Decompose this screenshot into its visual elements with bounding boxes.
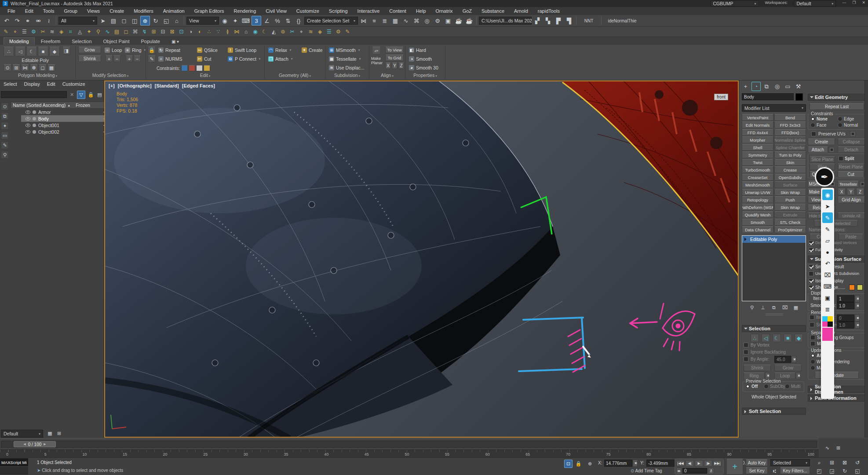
modifier-button[interactable]: Turn to Poly	[774, 151, 806, 158]
modifier-button[interactable]: Push	[774, 196, 806, 203]
modifier-button[interactable]: Normalize Spline	[774, 136, 806, 143]
custom-tool-icon[interactable]: ◬	[76, 28, 84, 36]
render-iterations-field[interactable]: 0	[837, 314, 854, 322]
align-y-button[interactable]: Y	[392, 62, 398, 69]
ignore-backfacing-checkbox[interactable]: Ignore Backfacing	[751, 350, 786, 354]
pen-icon[interactable]: ✎	[822, 224, 833, 234]
menu-item[interactable]: Arnold	[509, 8, 533, 14]
menu-item[interactable]: Customize	[292, 8, 324, 14]
constraint-none-radio[interactable]: None	[817, 117, 828, 121]
custom-tool-icon[interactable]: ∴	[205, 28, 213, 36]
preserve-uvs-checkbox[interactable]: Preserve UVs	[818, 132, 846, 136]
grid-align-button[interactable]: Grid Align	[838, 197, 865, 203]
custom-tool-icon[interactable]: ⌂	[242, 28, 250, 36]
keyboard-icon[interactable]: ⌨	[822, 281, 833, 292]
modifier-button[interactable]: Data Channel	[742, 226, 773, 233]
light-icon[interactable]: ✦	[1, 122, 9, 130]
props-icon[interactable]: ▦	[47, 64, 55, 71]
slice-plane-button[interactable]: Slice Plane	[810, 156, 835, 163]
tessellate-button[interactable]: ▦Tessellate	[329, 55, 361, 62]
constraint-edge-icon[interactable]	[189, 65, 195, 71]
select-and-scale-icon[interactable]: ◱	[161, 16, 171, 26]
custom-tool-icon[interactable]: ☾	[260, 28, 269, 36]
restore-button[interactable]: ❐	[852, 0, 856, 7]
modifier-button[interactable]: CreaseSet	[742, 174, 773, 181]
freeze-icon[interactable]: ❆	[30, 64, 38, 71]
custom-tool-icon[interactable]: ⊚	[279, 28, 287, 36]
eye-icon[interactable]: ◉	[822, 190, 833, 200]
custom-tool-icon[interactable]: ⚲	[94, 28, 102, 36]
ribbon-config-icon[interactable]: ▣ ▾	[166, 38, 184, 45]
polygon-subobject-icon[interactable]: ■	[38, 47, 48, 56]
pin-stack-icon[interactable]: ⚲	[748, 304, 756, 311]
custom-tool-icon[interactable]: ◐	[196, 28, 204, 36]
modifier-button[interactable]: TurboSmooth	[742, 166, 773, 173]
paste-button[interactable]: Paste	[839, 234, 863, 240]
edge-mode-icon[interactable]: ◁	[762, 334, 770, 342]
menu-item[interactable]: Scripting	[324, 8, 353, 14]
curve-editor-icon[interactable]: ∿	[401, 16, 411, 26]
custom-tool-icon[interactable]: ✂	[288, 28, 296, 36]
custom-tool-icon[interactable]: ◈	[57, 28, 66, 36]
pivot-icon[interactable]: ⊙	[4, 64, 11, 71]
cursor-icon[interactable]: ➤	[822, 201, 833, 212]
hide-icon[interactable]: ◻	[39, 64, 47, 71]
menu-item[interactable]: Create	[105, 8, 129, 14]
orbit-icon[interactable]: ↺	[852, 459, 863, 466]
planar-y-button[interactable]: Y	[847, 189, 855, 195]
custom-tool-icon[interactable]: ▤	[113, 28, 121, 36]
border-subobject-icon[interactable]: ☾	[26, 47, 37, 56]
key-filters-button[interactable]: Key Filters...	[780, 467, 810, 474]
bind-to-space-warp-icon[interactable]: ≀	[44, 16, 54, 26]
set-key-button[interactable]: Set Key	[746, 467, 768, 474]
zoom-region-icon[interactable]: ◰	[813, 467, 825, 475]
modifier-button[interactable]: Twist	[742, 159, 773, 166]
panel-label[interactable]: Polygon Modeling	[0, 73, 75, 78]
add-time-tag[interactable]: ⊙ Add Time Tag	[631, 468, 662, 473]
grow-button[interactable]: Grow	[774, 365, 802, 371]
display-icon[interactable]: ▭	[1, 132, 9, 139]
custom-tool-icon[interactable]: ↯	[140, 28, 149, 36]
custom-tool-icon[interactable]: ▚	[543, 16, 553, 26]
maxscript-mini-listener[interactable]: MAXScript Mi	[0, 458, 28, 475]
minimize-button[interactable]: —	[842, 0, 846, 7]
by-vertex-checkbox[interactable]: By Vertex	[751, 343, 770, 347]
hard-edges-button[interactable]: ◧Hard	[409, 47, 426, 53]
unhide-all-button[interactable]: Unhide All	[838, 212, 865, 219]
p-connect-button[interactable]: ⧉P Connect	[228, 55, 260, 62]
y-coordinate-field[interactable]: -3.499mm	[646, 460, 675, 467]
panel-resize-handle[interactable]	[766, 314, 783, 315]
soft-selection-rollout-header[interactable]: Soft Selection	[742, 408, 806, 415]
viewport-menu-view[interactable]: [Orthographic]	[118, 83, 152, 88]
close-button[interactable]: ✕	[862, 0, 865, 7]
custom-tool-icon[interactable]: ▛	[554, 16, 563, 26]
angle-snap-icon[interactable]: ∠	[262, 16, 272, 26]
selection-rollout-header[interactable]: Selection	[742, 325, 806, 332]
display-tab[interactable]: ▭	[783, 82, 792, 91]
custom-tool-icon[interactable]: ☰	[20, 28, 29, 36]
custom-tool-icon[interactable]: ◻	[122, 28, 130, 36]
modifier-list-dropdown[interactable]: Modifier List	[742, 104, 806, 112]
rectangular-region-icon[interactable]: ◻	[119, 16, 129, 26]
modifier-button[interactable]: FFD 4x4x4	[742, 129, 773, 136]
custom-tool-icon[interactable]: ⌖	[11, 28, 19, 36]
modifier-button[interactable]: FFD 3x3x3	[774, 121, 806, 128]
workspace-dropdown[interactable]: Default	[794, 0, 836, 7]
align-x-button[interactable]: X	[385, 62, 391, 69]
modifier-button[interactable]: Skin	[774, 159, 806, 166]
menu-item[interactable]: Animation	[158, 8, 190, 14]
mirror-icon[interactable]: ⋈	[21, 64, 29, 71]
custom-tool-icon[interactable]: ✎	[343, 28, 352, 36]
render-production-icon[interactable]: ☕	[454, 16, 463, 26]
custom-tool-icon[interactable]: ⚙	[29, 28, 38, 36]
animation-plus-button[interactable]: +	[726, 459, 743, 475]
menu-item[interactable]: Views	[82, 8, 105, 14]
shrink-button[interactable]: Shrink	[78, 55, 101, 62]
menu-item[interactable]: Tools	[38, 8, 59, 14]
explorer-object-row[interactable]: Armor ✛	[21, 109, 115, 115]
preserve-uvs-settings[interactable]	[850, 131, 856, 137]
modifier-button[interactable]: Quadify Mesh	[742, 211, 773, 218]
create-button[interactable]: ✦Create	[302, 47, 323, 53]
modifier-button[interactable]: Skin Wrap	[774, 189, 806, 196]
panel-label[interactable]: Modify Selection	[76, 73, 145, 78]
